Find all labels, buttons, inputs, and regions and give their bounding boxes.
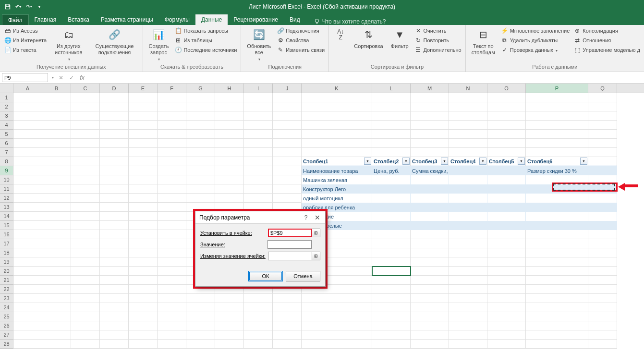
cell-N16[interactable] [449,230,487,239]
cell-L14[interactable] [372,212,411,221]
cell-A14[interactable] [13,212,42,221]
cell-F9[interactable] [158,166,186,175]
remove-duplicates-button[interactable]: ⧉Удалить дубликаты [500,36,571,45]
tab-review[interactable]: Рецензирование [228,14,284,25]
cell-A17[interactable] [13,239,42,248]
cell-F1[interactable] [158,93,186,102]
cell-E5[interactable] [129,130,158,139]
cell-C22[interactable] [71,285,100,294]
tab-home[interactable]: Главная [29,14,62,25]
cell-D24[interactable] [100,303,129,312]
cell-J11[interactable] [273,184,302,194]
cell-J27[interactable] [273,330,302,340]
col-header-D[interactable]: D [100,84,129,93]
cell-G4[interactable] [186,121,215,130]
cell-L19[interactable] [372,257,411,267]
cell-E12[interactable] [129,194,158,203]
cell-F3[interactable] [158,111,186,121]
cell-D4[interactable] [100,121,129,130]
cell-B20[interactable] [42,267,71,276]
cell-F7[interactable] [158,148,186,157]
cell-Q16[interactable] [588,230,617,239]
cell-H1[interactable] [215,93,244,102]
cell-A15[interactable] [13,221,42,230]
cell-E20[interactable] [129,267,158,276]
cell-A27[interactable] [13,330,42,340]
cell-M13[interactable] [411,203,449,212]
cell-L12[interactable] [372,194,411,203]
cell-Q22[interactable] [588,285,617,294]
cell-M22[interactable] [411,285,449,294]
row-header-4[interactable]: 4 [0,121,13,130]
dialog-help-icon[interactable]: ? [300,214,312,221]
cell-N15[interactable] [449,221,487,230]
cell-E16[interactable] [129,230,158,239]
cell-K12[interactable]: одный мотоцикл [302,194,372,203]
cell-B17[interactable] [42,239,71,248]
cell-B6[interactable] [42,139,71,148]
cell-A1[interactable] [13,93,42,102]
cell-F14[interactable] [158,212,186,221]
cell-P2[interactable] [526,102,588,111]
filter-dropdown-icon[interactable]: ▼ [441,158,448,165]
cell-G26[interactable] [186,321,215,330]
cell-I23[interactable] [244,294,273,303]
refresh-all-button[interactable]: 🔄 Обновить все [244,26,274,63]
cell-A20[interactable] [13,267,42,276]
cell-P25[interactable] [526,312,588,321]
cell-C27[interactable] [71,330,100,340]
cell-L10[interactable] [372,175,411,184]
cell-C7[interactable] [71,148,100,157]
cell-D20[interactable] [100,267,129,276]
cell-J26[interactable] [273,321,302,330]
cell-F8[interactable] [158,157,186,166]
cell-M24[interactable] [411,303,449,312]
cell-E24[interactable] [129,303,158,312]
cell-E8[interactable] [129,157,158,166]
cell-F25[interactable] [158,312,186,321]
col-header-P[interactable]: P [526,84,588,93]
cell-O9[interactable] [487,166,526,175]
cell-O24[interactable] [487,303,526,312]
cell-Q21[interactable] [588,276,617,285]
cell-N13[interactable] [449,203,487,212]
cell-O20[interactable] [487,267,526,276]
cell-M16[interactable] [411,230,449,239]
cell-M12[interactable] [411,194,449,203]
cell-A22[interactable] [13,285,42,294]
row-header-9[interactable]: 9 [0,166,13,175]
cell-P4[interactable] [526,121,588,130]
cell-D1[interactable] [100,93,129,102]
cell-O21[interactable] [487,276,526,285]
cell-M1[interactable] [411,93,449,102]
cell-D16[interactable] [100,230,129,239]
cell-I8[interactable] [244,157,273,166]
row-header-22[interactable]: 22 [0,285,13,294]
cell-I6[interactable] [244,139,273,148]
cell-L1[interactable] [372,93,411,102]
cell-E28[interactable] [129,340,158,349]
col-header-E[interactable]: E [129,84,158,93]
cell-N26[interactable] [449,321,487,330]
data-model-button[interactable]: ⬚Управление моделью д [572,45,641,55]
cell-Q1[interactable] [588,93,617,102]
cell-H26[interactable] [215,321,244,330]
cell-F15[interactable] [158,221,186,230]
cell-O5[interactable] [487,130,526,139]
row-header-25[interactable]: 25 [0,312,13,321]
cell-Q9[interactable] [588,166,617,175]
cell-E23[interactable] [129,294,158,303]
cell-A23[interactable] [13,294,42,303]
cell-A25[interactable] [13,312,42,321]
sort-az-button[interactable]: A↓Z [332,26,349,44]
cell-I11[interactable] [244,184,273,194]
recent-sources-button[interactable]: 🕘Последние источники [173,45,238,55]
cell-A24[interactable] [13,303,42,312]
cell-F13[interactable] [158,203,186,212]
cell-F5[interactable] [158,130,186,139]
col-header-I[interactable]: I [244,84,273,93]
cell-A11[interactable] [13,184,42,194]
row-header-7[interactable]: 7 [0,148,13,157]
cell-J25[interactable] [273,312,302,321]
cell-B10[interactable] [42,175,71,184]
